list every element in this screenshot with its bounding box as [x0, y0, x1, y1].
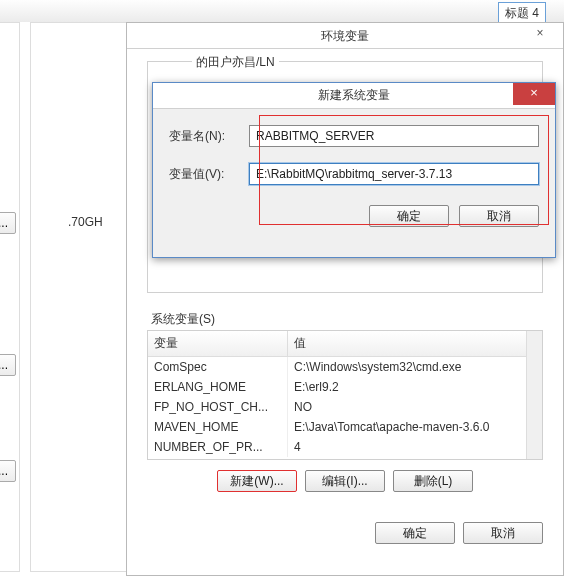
edit-system-var-button[interactable]: 编辑(I)...: [305, 470, 385, 492]
system-variables-listbox[interactable]: 变量 值 ComSpec C:\Windows\system32\cmd.exe…: [147, 330, 543, 460]
bg-button-1[interactable]: )...: [0, 212, 16, 234]
variable-name-row: 变量名(N): RABBITMQ_SERVER: [169, 125, 539, 147]
new-dialog-ok-button[interactable]: 确定: [369, 205, 449, 227]
table-row[interactable]: E:\erl9.2: [288, 377, 542, 397]
col-header-variable[interactable]: 变量: [148, 331, 288, 357]
table-row[interactable]: C:\Windows\system32\cmd.exe: [288, 357, 542, 377]
new-dialog-close-button[interactable]: ×: [513, 83, 555, 105]
table-row[interactable]: NO: [288, 397, 542, 417]
env-dialog-title: 环境变量 ×: [127, 23, 563, 49]
variable-name-label: 变量名(N):: [169, 128, 237, 145]
delete-system-var-button[interactable]: 删除(L): [393, 470, 473, 492]
variable-value-label: 变量值(V):: [169, 166, 237, 183]
variable-name-input[interactable]: RABBITMQ_SERVER: [249, 125, 539, 147]
env-dialog-close-button[interactable]: ×: [521, 25, 559, 43]
cpu-text: .70GH: [68, 215, 103, 229]
new-dialog-button-row: 确定 取消: [169, 205, 539, 227]
table-row[interactable]: E:\Java\Tomcat\apache-maven-3.6.0: [288, 417, 542, 437]
scrollbar[interactable]: [526, 331, 542, 459]
env-cancel-button[interactable]: 取消: [463, 522, 543, 544]
env-dialog-button-row: 确定 取消: [147, 522, 543, 544]
user-variables-legend: 的田户亦昌/LN: [192, 54, 279, 71]
new-dialog-cancel-button[interactable]: 取消: [459, 205, 539, 227]
bg-button-3[interactable]: )...: [0, 460, 16, 482]
ribbon-bg: [0, 0, 564, 22]
new-system-var-button[interactable]: 新建(W)...: [217, 470, 297, 492]
table-row[interactable]: MAVEN_HOME: [148, 417, 288, 437]
new-dialog-titlebar: 新建系统变量 ×: [153, 83, 555, 109]
new-dialog-title: 新建系统变量: [318, 87, 390, 104]
table-row[interactable]: FP_NO_HOST_CH...: [148, 397, 288, 417]
table-row[interactable]: ComSpec: [148, 357, 288, 377]
sys-var-button-row: 新建(W)... 编辑(I)... 删除(L): [217, 470, 543, 492]
table-row[interactable]: ERLANG_HOME: [148, 377, 288, 397]
env-ok-button[interactable]: 确定: [375, 522, 455, 544]
table-row[interactable]: NUMBER_OF_PR...: [148, 437, 288, 457]
variable-value-input[interactable]: E:\RabbitMQ\rabbitmq_server-3.7.13: [249, 163, 539, 185]
bg-panel-left: [0, 22, 20, 572]
system-variables-label: 系统变量(S): [151, 311, 563, 328]
env-dialog-title-text: 环境变量: [321, 29, 369, 43]
col-header-value[interactable]: 值: [288, 331, 542, 357]
bg-button-2[interactable]: )...: [0, 354, 16, 376]
table-row[interactable]: 4: [288, 437, 542, 457]
new-system-variable-dialog: 新建系统变量 × 变量名(N): RABBITMQ_SERVER 变量值(V):…: [152, 82, 556, 258]
variable-value-row: 变量值(V): E:\RabbitMQ\rabbitmq_server-3.7.…: [169, 163, 539, 185]
system-variables-grid: 变量 值 ComSpec C:\Windows\system32\cmd.exe…: [148, 331, 542, 457]
